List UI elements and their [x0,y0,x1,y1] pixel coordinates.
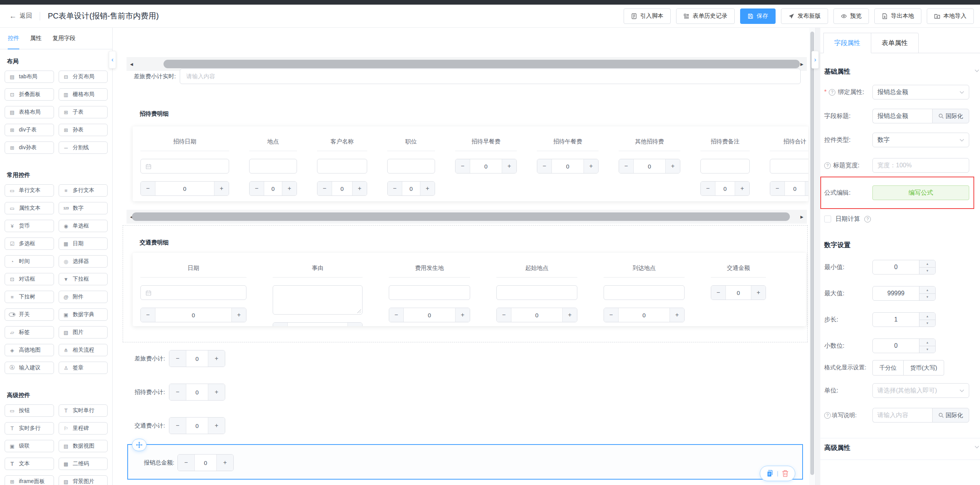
widget-item[interactable]: T 文本 [5,458,54,470]
toolbar-button[interactable]: 表单历史记录 [676,8,735,24]
decrease-icon[interactable]: ▾ [919,268,935,274]
decrease-button[interactable]: − [711,286,726,300]
stepper-value[interactable]: 0 [470,159,502,173]
decrease-button[interactable]: − [455,159,470,173]
widget-item[interactable]: ≡ 下拉树 [5,291,54,303]
widget-item[interactable]: ▣ 级联 [5,440,54,452]
text-input[interactable] [249,159,297,173]
drag-handle[interactable] [132,439,147,451]
increase-button[interactable]: + [420,182,435,195]
widget-item[interactable]: ⚐ 里程碑 [59,422,108,434]
decrease-button[interactable]: − [537,159,552,173]
stepper-value[interactable]: 0 [404,308,455,322]
increase-button[interactable]: + [665,159,680,173]
decrease-icon[interactable]: ▾ [919,346,935,353]
number-input[interactable]: 99999 ▴ ▾ [872,286,936,301]
stepper-value[interactable]: 0 [288,323,347,326]
widget-item[interactable]: ▤ tab布局 [5,71,54,83]
decrease-button[interactable]: − [389,308,404,322]
text-input[interactable] [770,159,808,173]
write-formula-button[interactable]: 编写公式 [872,185,969,200]
number-input[interactable]: 0 ▴ ▾ [872,260,936,274]
decrease-button[interactable]: − [317,182,332,195]
increase-button[interactable]: + [208,384,225,400]
increase-button[interactable]: + [208,350,225,367]
increase-icon[interactable]: ▴ [919,339,935,346]
increase-button[interactable]: + [670,308,684,322]
stepper-value[interactable]: 0 [552,159,584,173]
decrease-button[interactable]: − [141,182,155,195]
increase-icon[interactable]: ▴ [919,313,935,320]
title-width-input[interactable]: 宽度：100% [872,158,969,173]
decrease-button[interactable]: − [497,308,511,322]
scrollbar-thumb[interactable] [164,60,800,68]
stepper-value[interactable]: 0 [155,182,214,195]
widget-item[interactable]: 开关 [5,308,54,321]
widget-item[interactable]: 123 数字 [59,202,108,214]
text-input[interactable] [389,285,470,300]
stepper-value[interactable]: 0 [634,159,665,173]
decrease-button[interactable]: − [770,182,785,195]
increase-button[interactable]: + [455,308,470,322]
stepper-value[interactable]: 0 [726,286,751,300]
widget-item[interactable]: ⊡ 折叠面板 [5,88,54,101]
widget-item[interactable]: ▩ 二维码 [59,458,108,470]
widget-item[interactable]: ▭ 单行文本 [5,184,54,197]
sidebar-tab[interactable]: 属性 [30,28,42,49]
horizontal-scrollbar[interactable]: ◀ ▶ [127,210,807,224]
widget-type-select[interactable]: 数字 [872,133,969,147]
widget-item[interactable]: ⋔ 相关流程 [59,344,108,356]
widget-item[interactable]: ⊞ div孙表 [5,141,54,154]
stepper-value[interactable]: 0 [186,384,208,400]
chevron-up-icon[interactable] [975,69,979,72]
i18n-button[interactable]: 国际化 [932,109,969,123]
widget-item[interactable]: ▼ 下拉框 [59,273,108,285]
copy-field-button[interactable] [766,470,774,477]
scrollbar-thumb[interactable] [132,212,790,221]
widget-item[interactable]: ▭ 属性文本 [5,202,54,214]
toolbar-button[interactable]: 发布新版 [781,8,828,24]
i18n-button[interactable]: 国际化 [932,408,969,423]
decrease-button[interactable]: − [701,182,715,195]
number-input[interactable]: 0 ▴ ▾ [872,338,936,353]
collapse-sidebar-handle[interactable]: ‹ [109,51,116,69]
text-input[interactable] [496,285,577,300]
number-input[interactable]: 1 ▴ ▾ [872,312,936,327]
widget-item[interactable]: ▤ 数据视图 [59,440,108,452]
increase-icon[interactable]: ▴ [919,286,935,294]
widget-item[interactable]: ¥ 货币 [5,220,54,232]
stepper-value[interactable]: 0 [264,182,282,195]
chevron-down-icon[interactable] [975,446,979,448]
sidebar-tab[interactable]: 控件 [8,28,19,49]
decrease-button[interactable]: − [178,455,195,471]
toolbar-button[interactable]: 导出本地 [874,8,921,24]
increase-button[interactable]: + [502,159,516,173]
decrease-button[interactable]: − [169,384,186,400]
field-title-input[interactable]: 报销总金额 [872,109,932,123]
back-button[interactable]: ← 返回 [9,12,32,20]
decrease-button[interactable]: − [273,323,288,326]
panel-tab[interactable]: 表单属性 [871,33,919,53]
widget-item[interactable]: T 实时多行 [5,422,54,434]
increase-button[interactable]: + [584,159,598,173]
stepper-value[interactable]: 0 [785,182,805,195]
scroll-right-icon[interactable]: ▶ [797,210,807,224]
collapse-panel-handle[interactable]: › [811,51,819,69]
widget-item[interactable]: Ⓐ 输入建议 [5,362,54,374]
widget-item[interactable]: ▧ 图片 [59,326,108,338]
increase-button[interactable]: + [282,182,297,195]
travel-subtotal-rt-input[interactable]: 请输入内容 [180,69,801,84]
toolbar-button[interactable]: 引入脚本 [624,8,671,24]
text-input[interactable] [700,159,750,173]
widget-item[interactable]: ─ 分割线 [59,141,108,154]
widget-item[interactable]: ▦ 日期 [59,237,108,250]
canvas-vertical-scrollbar[interactable] [809,28,815,485]
stepper-value[interactable]: 0 [186,418,208,434]
decrease-button[interactable]: − [169,418,186,434]
delete-field-button[interactable] [781,470,789,477]
widget-item[interactable]: ▥ 栅格布局 [59,88,108,101]
widget-item[interactable]: ▱ 标签 [5,326,54,338]
increase-button[interactable]: + [216,455,233,471]
widget-item[interactable]: ▧ 背景图片 [59,475,108,485]
increase-button[interactable]: + [352,182,367,195]
